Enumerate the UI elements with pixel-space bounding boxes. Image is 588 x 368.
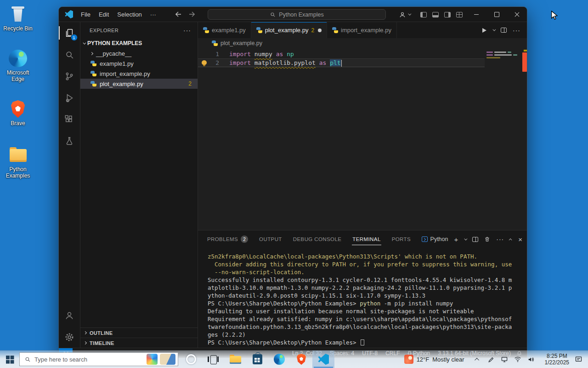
extensions-icon [64,115,74,125]
terminal-line: PS C:\Users\Sharpe\Desktop\Python Exampl… [208,299,527,307]
toggle-primary-sidebar-icon[interactable] [420,12,427,17]
taskbar-search[interactable] [19,352,178,366]
terminal-line: --no-warn-script-location. [208,268,527,276]
menu-edit[interactable]: Edit [95,7,113,22]
minimize-button[interactable] [466,7,486,22]
minimap[interactable] [486,49,520,81]
extensions-activity-icon[interactable] [59,109,80,130]
show-hidden-icons-chevron[interactable] [475,357,479,362]
breadcrumb[interactable]: plot_example.py [198,38,527,48]
maximize-panel-chevron-icon[interactable] [509,238,512,242]
file-item-pycache[interactable]: __pycache__ [80,48,198,58]
tab-plot-example-py[interactable]: plot_example.py2 [251,22,327,38]
panel-tab-output[interactable]: OUTPUT [254,230,288,248]
close-panel-icon[interactable]: × [518,236,522,243]
workspace-root-row[interactable]: PYTHON EXAMPLES [80,38,198,48]
search-activity-icon[interactable] [59,44,80,65]
panel-tab-debug-console[interactable]: DEBUG CONSOLE [288,230,347,248]
taskbar-task-view-icon[interactable] [202,351,224,368]
timeline-section-header[interactable]: TIMELINE [80,338,198,348]
close-window-button[interactable] [507,7,527,22]
terminal-profile[interactable]: Python [422,236,448,242]
desktop-icon-brave[interactable]: Brave [1,99,35,126]
account-menu[interactable] [399,11,410,18]
command-center-search[interactable]: Python Examples [208,9,386,20]
customize-layout-icon[interactable] [456,12,463,17]
settings-activity-icon[interactable] [59,326,80,348]
source-control-activity-icon[interactable] [59,65,80,87]
code-line-2[interactable]: 2import matplotlib.pyplot as plt [198,58,485,67]
search-icon [64,50,74,60]
tab-import-example-py[interactable]: import_example.py [327,22,397,38]
tab-label: example1.py [212,27,246,34]
wifi-network-icon[interactable] [514,356,521,362]
desktop-icon-label: Microsoft Edge [1,69,35,82]
tab-example1-py[interactable]: example1.py [198,22,251,38]
outline-section-header[interactable]: OUTLINE [80,328,198,338]
back-arrow-icon[interactable] [174,11,181,17]
panel-tab-bar: PROBLEMS2OUTPUTDEBUG CONSOLETERMINALPORT… [198,230,527,248]
menu-file[interactable]: File [77,7,95,22]
split-terminal-icon[interactable] [472,237,478,242]
panel-tab-problems[interactable]: PROBLEMS2 [202,230,254,248]
taskbar-vscode-icon[interactable] [312,351,334,368]
code-line-1[interactable]: 1import numpy as np [198,50,485,58]
explorer-more-actions-icon[interactable]: ··· [183,27,191,34]
run-dropdown-chevron-icon[interactable] [492,28,496,31]
debug-play-icon [64,93,74,103]
overview-ruler-marker [522,52,527,72]
desktop-icon-recycle[interactable]: Recycle Bin [1,5,35,32]
lightbulb-icon[interactable] [202,60,207,65]
panel-tab-terminal[interactable]: TERMINAL [347,230,386,248]
taskbar-file-explorer-icon[interactable] [224,351,246,368]
action-center-icon[interactable] [575,356,582,363]
overview-ruler-warning-mark [524,50,527,52]
editor-more-actions-icon[interactable]: ··· [513,27,520,34]
search-highlight-icon[interactable] [160,354,175,365]
kill-terminal-trash-icon[interactable] [484,236,490,242]
volume-speaker-icon[interactable] [527,356,535,363]
titlebar[interactable]: FileEditSelection··· Python Examples [59,7,527,22]
file-item-plot-example-py[interactable]: plot_example.py2 [80,79,198,89]
panel-more-actions-icon[interactable]: ··· [496,236,504,242]
file-item-example1-py[interactable]: example1.py [80,58,198,69]
menu-more[interactable]: ··· [146,7,160,22]
desktop-icon-edge[interactable]: Microsoft Edge [1,49,35,82]
weather-widget[interactable]: 12°F Mostly clear [404,355,464,364]
run-debug-activity-icon[interactable] [59,87,80,109]
search-input[interactable] [34,356,147,363]
windows-logo-icon [6,356,10,359]
testing-activity-icon[interactable] [59,130,80,152]
desktop-icon-pyfolder[interactable]: Python Examples [1,145,35,179]
panel-tab-label: TERMINAL [352,236,380,242]
new-terminal-icon[interactable]: + [454,236,458,243]
python-file-icon [90,71,96,77]
file-item-import-example-py[interactable]: import_example.py [80,69,198,79]
brave-icon [8,99,28,119]
account-activity-icon[interactable] [59,305,80,326]
menu-selection[interactable]: Selection [113,7,146,22]
terminal-dropdown-chevron-icon[interactable] [464,237,468,240]
terminal-line: atplotlib-3.10.0 mpmath-1.3.0 numpy-2.2.… [208,284,527,292]
split-editor-icon[interactable] [501,28,507,33]
windows-ink-pen-icon[interactable] [488,356,495,363]
start-button[interactable] [0,351,19,368]
terminal-output[interactable]: z5n2kfra8p0\LocalCache\local-packages\Py… [198,248,527,348]
maximize-button[interactable] [486,7,507,22]
forward-arrow-icon[interactable] [189,11,196,17]
taskbar-cortana-icon[interactable] [180,351,202,368]
taskbar-edge-icon[interactable] [268,351,290,368]
editor-caret [341,60,342,67]
run-python-file-icon[interactable] [482,28,486,33]
activity-bar: 1 [59,22,80,348]
display-monitor-icon[interactable] [501,356,508,363]
toggle-secondary-sidebar-icon[interactable] [444,12,451,17]
taskbar-store-icon[interactable] [246,351,268,368]
search-highlight-icon[interactable] [147,354,158,365]
panel-tab-ports[interactable]: PORTS [386,230,416,248]
clock[interactable]: 8:25 PM 1/22/2025 [545,353,569,366]
explorer-activity-icon[interactable]: 1 [59,22,80,44]
taskbar-brave-icon[interactable] [290,351,312,368]
toggle-panel-icon[interactable] [432,12,439,17]
code-editor[interactable]: 1import numpy as np2import matplotlib.py… [198,48,527,230]
